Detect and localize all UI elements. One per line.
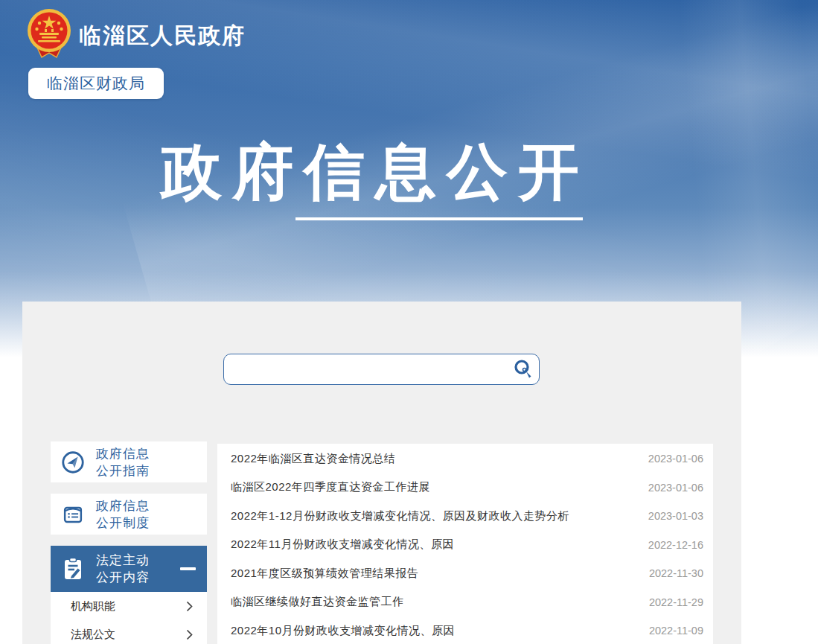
article-date: 2022-12-16 [648, 539, 703, 551]
search-icon [512, 358, 534, 380]
article-date: 2022-11-09 [649, 625, 703, 637]
submenu-item-org-functions[interactable]: 机构职能 [51, 592, 207, 620]
article-date: 2023-01-03 [648, 510, 703, 522]
gov-info-disclosure-page: { "colors": { "accent_blue": "#2e639f", … [0, 0, 818, 644]
article-row: 2022年临淄区直达资金情况总结2023-01-06 [217, 444, 713, 474]
article-title-link[interactable]: 2022年10月份财政收支增减变化情况、原因 [231, 624, 639, 638]
article-date: 2023-01-06 [648, 482, 703, 494]
content-panel: 政府信息 公开指南 政府信息 公开制度 [22, 302, 741, 644]
article-row: 2022年11月份财政收支增减变化情况、原因2022-12-16 [217, 531, 713, 560]
article-row: 2021年度区级预算绩效管理结果报告2022-11-30 [217, 559, 713, 588]
article-row: 临淄区继续做好直达资金监管工作2022-11-29 [217, 588, 713, 617]
site-name-link[interactable]: 临淄区人民政府 [79, 21, 246, 51]
search-box [223, 354, 540, 385]
article-date: 2022-11-29 [649, 596, 703, 608]
sidebar-item-label: 政府信息 公开制度 [96, 497, 150, 532]
sidebar-item-statutory-disclosure[interactable]: 法定主动 公开内容 [51, 546, 207, 592]
chevron-right-icon [186, 601, 193, 612]
submenu-item-label: 法规公文 [71, 628, 115, 642]
sidebar-item-label: 法定主动 公开内容 [96, 552, 150, 586]
chevron-right-icon [186, 629, 193, 640]
policy-document-icon [60, 501, 86, 528]
collapse-dash-icon [180, 567, 196, 570]
search-input[interactable] [224, 354, 508, 384]
clipboard-pencil-icon [60, 555, 86, 582]
article-title-link[interactable]: 2022年临淄区直达资金情况总结 [231, 452, 638, 466]
article-title-link[interactable]: 2022年11月份财政收支增减变化情况、原因 [231, 538, 638, 552]
article-title-link[interactable]: 临淄区2022年四季度直达资金工作进展 [231, 480, 638, 494]
search-button[interactable] [508, 354, 539, 384]
article-list: 2022年临淄区直达资金情况总结2023-01-06临淄区2022年四季度直达资… [217, 444, 713, 644]
sidebar-item-label: 政府信息 公开指南 [96, 445, 150, 479]
submenu-item-label: 机构职能 [71, 599, 115, 613]
article-row: 临淄区2022年四季度直达资金工作进展2023-01-06 [217, 474, 713, 503]
department-button[interactable]: 临淄区财政局 [28, 68, 164, 99]
article-date: 2022-11-30 [649, 567, 703, 579]
sidebar-item-disclosure-guide[interactable]: 政府信息 公开指南 [51, 441, 207, 482]
submenu-item-regulations[interactable]: 法规公文 [51, 620, 207, 644]
article-date: 2023-01-06 [648, 453, 703, 465]
article-title-link[interactable]: 2021年度区级预算绩效管理结果报告 [231, 567, 639, 581]
article-title-link[interactable]: 2022年1-12月份财政收支增减变化情况、原因及财政收入走势分析 [231, 509, 638, 523]
article-row: 2022年10月份财政收支增减变化情况、原因2022-11-09 [217, 616, 713, 644]
sidebar-submenu: 机构职能 法规公文 [51, 592, 207, 644]
sidebar-nav: 政府信息 公开指南 政府信息 公开制度 [51, 441, 207, 644]
title-underline [295, 217, 583, 220]
page-title: 政府信息公开 [161, 141, 589, 203]
china-national-emblem-icon [25, 8, 73, 62]
article-row: 2022年1-12月份财政收支增减变化情况、原因及财政收入走势分析2023-01… [217, 502, 713, 531]
sidebar-item-disclosure-system[interactable]: 政府信息 公开制度 [51, 494, 207, 535]
compass-icon [60, 449, 86, 476]
article-title-link[interactable]: 临淄区继续做好直达资金监管工作 [231, 595, 639, 609]
